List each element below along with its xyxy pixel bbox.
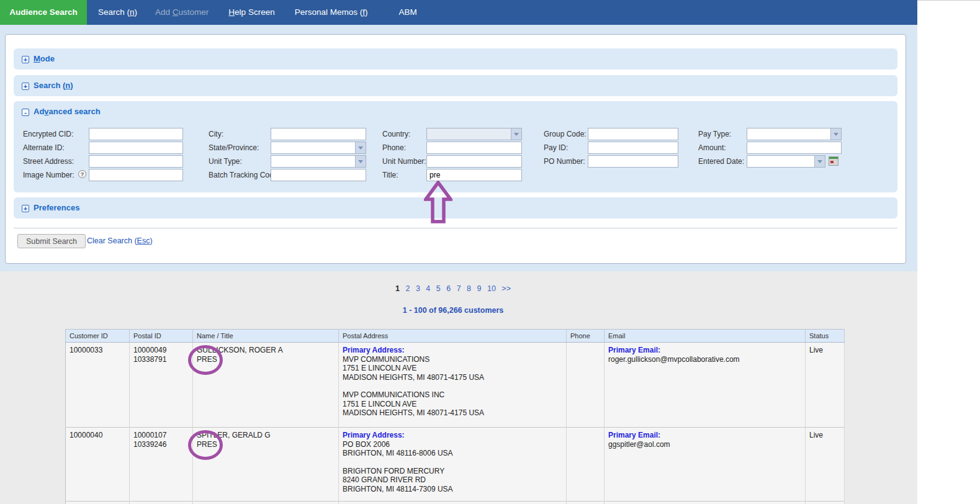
unit-number-label: Unit Number: bbox=[382, 157, 426, 166]
pay-id-input[interactable] bbox=[588, 142, 678, 154]
state-province-select[interactable] bbox=[271, 142, 366, 154]
tab-search[interactable]: Search (n) bbox=[98, 0, 137, 25]
page-1: 1 bbox=[395, 284, 400, 293]
amount-label: Amount: bbox=[698, 143, 726, 152]
section-search-header[interactable]: +Search (n) bbox=[22, 81, 73, 90]
street-address-input[interactable] bbox=[89, 155, 183, 168]
expand-icon[interactable]: + bbox=[22, 56, 29, 63]
encrypted-cid-label: Encrypted CID: bbox=[23, 130, 73, 138]
batch-tracking-code-input[interactable] bbox=[271, 169, 366, 181]
page-3[interactable]: 3 bbox=[416, 284, 420, 293]
entered-date-label: Entered Date: bbox=[698, 157, 744, 166]
po-number-input[interactable] bbox=[588, 155, 678, 168]
cell-status: Live bbox=[806, 428, 845, 502]
col-status: Status bbox=[806, 330, 845, 343]
chevron-down-icon[interactable] bbox=[830, 128, 841, 140]
entered-date-select[interactable] bbox=[747, 155, 825, 168]
title-input[interactable] bbox=[426, 169, 522, 181]
result-count: 1 - 100 of 96,266 customers bbox=[0, 306, 906, 315]
primary-email-label: Primary Email: bbox=[608, 346, 801, 355]
col-customer-id: Customer ID bbox=[66, 330, 130, 343]
unit-type-label: Unit Type: bbox=[209, 157, 242, 166]
cell-email: Primary Email: ggspitler@aol.com bbox=[605, 428, 806, 502]
col-email: Email bbox=[605, 330, 806, 343]
expand-icon[interactable]: + bbox=[22, 205, 29, 212]
cell-name-title: GULLICKSON, ROGER A PRES bbox=[193, 343, 339, 428]
table-header-row: Customer ID Postal ID Name / Title Posta… bbox=[66, 330, 845, 343]
chevron-down-icon[interactable] bbox=[511, 128, 521, 140]
pay-id-label: Pay ID: bbox=[544, 143, 568, 152]
pay-type-select[interactable] bbox=[747, 128, 842, 140]
alternate-id-input[interactable] bbox=[89, 142, 183, 154]
table-row[interactable]: 10000033 10000049 10338791 GULLICKSON, R… bbox=[66, 343, 845, 428]
submit-search-button[interactable]: Submit Search bbox=[17, 234, 86, 248]
country-select[interactable] bbox=[426, 128, 522, 140]
pay-type-label: Pay Type: bbox=[698, 130, 731, 138]
cell-customer-id: 10000040 bbox=[66, 428, 130, 502]
title-label: Title: bbox=[382, 171, 398, 179]
primary-email-label: Primary Email: bbox=[608, 431, 801, 440]
cell-phone bbox=[567, 428, 605, 502]
encrypted-cid-input[interactable] bbox=[89, 128, 183, 140]
chevron-down-icon[interactable] bbox=[355, 142, 366, 153]
page-5[interactable]: 5 bbox=[436, 284, 441, 293]
page-10[interactable]: 10 bbox=[487, 284, 496, 293]
results-area: 1 2 3 4 5 6 7 8 9 10 >> 1 - 100 of 96,26… bbox=[0, 271, 917, 504]
calendar-icon[interactable] bbox=[829, 156, 838, 166]
group-code-input[interactable] bbox=[588, 128, 678, 140]
section-search[interactable]: +Search (n) bbox=[14, 75, 897, 96]
cell-postal-id: 10000049 10338791 bbox=[130, 343, 193, 428]
col-postal-address: Postal Address bbox=[339, 330, 567, 343]
page-8[interactable]: 8 bbox=[467, 284, 471, 293]
tab-personal-memos[interactable]: Personal Memos (f) bbox=[295, 0, 368, 25]
phone-label: Phone: bbox=[382, 143, 406, 152]
page-4[interactable]: 4 bbox=[426, 284, 430, 293]
tab-audience-search[interactable]: Audience Search bbox=[0, 0, 87, 25]
cell-phone bbox=[567, 343, 605, 428]
primary-address-label: Primary Address: bbox=[343, 346, 562, 355]
cell-postal-address: Primary Address: PO BOX 2006 BRIGHTON, M… bbox=[339, 428, 567, 502]
tab-label: Audience Search bbox=[9, 7, 78, 17]
top-navbar: Audience Search Search (n) Add Customer … bbox=[0, 0, 917, 25]
collapse-icon[interactable]: - bbox=[22, 109, 29, 116]
divider bbox=[14, 228, 897, 228]
page-6[interactable]: 6 bbox=[446, 284, 451, 293]
cell-customer-id: 10000033 bbox=[66, 343, 130, 428]
section-advanced-header[interactable]: -Advanced search bbox=[22, 107, 101, 116]
section-advanced-search: -Advanced search Encrypted CID: Alternat… bbox=[14, 101, 897, 192]
help-icon[interactable]: ? bbox=[78, 170, 86, 178]
section-mode[interactable]: +Mode bbox=[14, 48, 897, 70]
col-phone: Phone bbox=[567, 330, 605, 343]
street-address-label: Street Address: bbox=[23, 157, 74, 166]
page-2[interactable]: 2 bbox=[405, 284, 410, 293]
chevron-down-icon[interactable] bbox=[355, 156, 366, 167]
image-number-label: Image Number: bbox=[23, 171, 74, 179]
group-code-label: Group Code: bbox=[544, 130, 587, 138]
primary-address-label: Primary Address: bbox=[343, 431, 562, 440]
section-preferences-header[interactable]: +Preferences bbox=[22, 203, 79, 212]
tab-add-customer[interactable]: Add Customer bbox=[155, 0, 209, 25]
expand-icon[interactable]: + bbox=[22, 83, 29, 90]
cell-postal-address: Primary Address: MVP COMMUNICATIONS 1751… bbox=[339, 343, 567, 428]
section-mode-header[interactable]: +Mode bbox=[22, 54, 55, 63]
unit-type-select[interactable] bbox=[271, 155, 366, 168]
city-input[interactable] bbox=[271, 128, 366, 140]
image-number-input[interactable] bbox=[89, 169, 183, 181]
section-preferences[interactable]: +Preferences bbox=[14, 197, 897, 218]
unit-number-input[interactable] bbox=[426, 155, 522, 168]
chevron-down-icon[interactable] bbox=[814, 156, 825, 167]
table-row bbox=[66, 502, 845, 504]
next-pages-link[interactable]: >> bbox=[501, 284, 511, 293]
phone-input[interactable] bbox=[426, 142, 522, 154]
city-label: City: bbox=[209, 130, 223, 138]
tab-help-screen[interactable]: Help Screen bbox=[228, 0, 274, 25]
page-7[interactable]: 7 bbox=[457, 284, 461, 293]
clear-search-link[interactable]: Clear Search (Esc) bbox=[87, 236, 153, 245]
table-row[interactable]: 10000040 10000107 10339246 SPITLER, GERA… bbox=[66, 428, 845, 502]
cell-postal-id: 10000107 10339246 bbox=[130, 428, 193, 502]
cell-name-title: SPITLER, GERALD G PRES bbox=[193, 428, 339, 502]
page-9[interactable]: 9 bbox=[477, 284, 482, 293]
amount-input[interactable] bbox=[747, 142, 842, 154]
tab-abm[interactable]: ABM bbox=[398, 0, 416, 25]
audience-search-page: Audience Search Search (n) Add Customer … bbox=[0, 0, 980, 504]
